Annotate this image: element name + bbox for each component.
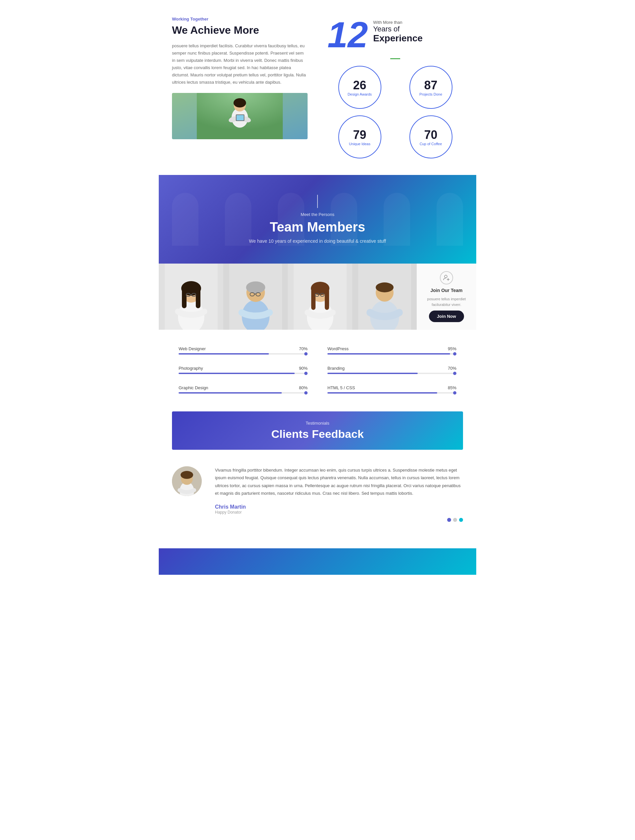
testimonial-avatar-inner xyxy=(172,466,202,496)
svg-rect-8 xyxy=(237,115,244,120)
svg-rect-14 xyxy=(196,288,201,308)
working-together-label: Working Together xyxy=(172,17,308,22)
experience-number: 12 xyxy=(327,17,368,53)
team-subtitle: We have 10 years of experienced in doing… xyxy=(172,238,463,244)
achieve-right: 12 With More than Years of Experience 26… xyxy=(327,17,463,158)
bg-person-5 xyxy=(384,193,410,246)
bg-person-1 xyxy=(172,193,198,246)
skill-percent-graphic-design: 80% xyxy=(299,385,308,390)
bg-person-4 xyxy=(331,193,357,246)
skill-header-wordpress: WordPress 95% xyxy=(327,346,457,351)
stat-projects-done: 87 Projects Done xyxy=(409,66,452,109)
testimonials-label: Testimonials xyxy=(185,421,450,426)
stat-cup-of-coffee: 70 Cup of Coffee xyxy=(409,115,452,158)
team-card-2 xyxy=(223,264,288,330)
big-number-container: 12 With More than Years of Experience xyxy=(327,17,463,53)
testimonial-text-block: Vivamus fringilla porttitor bibendum. In… xyxy=(215,466,463,522)
stat-label-coffee: Cup of Coffee xyxy=(420,142,442,146)
skill-header-branding: Branding 70% xyxy=(327,366,457,371)
svg-point-44 xyxy=(180,471,193,479)
stat-label-ideas: Unique Ideas xyxy=(349,142,370,146)
with-more-than: With More than xyxy=(373,20,422,25)
join-team-icon xyxy=(440,271,453,284)
join-team-panel: Join Our Team posuere tellus imperdiet f… xyxy=(417,264,476,330)
skill-fill-graphic-design xyxy=(178,392,282,393)
meet-persons-label: Meet the Persons xyxy=(172,212,463,217)
skill-track-graphic-design xyxy=(178,392,308,393)
skill-track-web-designer xyxy=(178,353,308,355)
skill-name-wordpress: WordPress xyxy=(327,346,349,351)
testimonial-avatar xyxy=(172,466,202,496)
join-now-button[interactable]: Join Now xyxy=(429,311,464,322)
svg-point-37 xyxy=(376,283,393,292)
svg-rect-30 xyxy=(325,288,329,310)
join-team-title: Join Our Team xyxy=(431,288,463,293)
skill-fill-branding xyxy=(327,373,418,374)
skill-wordpress: WordPress 95% xyxy=(327,346,457,355)
team-members-row: Join Our Team posuere tellus imperdiet f… xyxy=(159,264,476,330)
stat-design-awards: 26 Design Awards xyxy=(338,66,381,109)
skill-name-html-css: HTML 5 / CSS xyxy=(327,385,355,390)
stat-unique-ideas: 79 Unique Ideas xyxy=(338,115,381,158)
bg-person-2 xyxy=(225,193,251,246)
testimonials-section: Testimonials Clients Feedback Vivamus xyxy=(159,411,476,542)
skill-fill-web-designer xyxy=(178,353,269,355)
bg-person-3 xyxy=(278,193,304,246)
dot-2[interactable] xyxy=(453,518,457,522)
skill-track-wordpress xyxy=(327,353,457,355)
dot-3[interactable] xyxy=(459,518,463,522)
stat-number-coffee: 70 xyxy=(424,128,437,142)
skill-name-graphic-design: Graphic Design xyxy=(178,385,209,390)
skill-fill-html-css xyxy=(327,392,437,393)
stat-label-projects: Projects Done xyxy=(419,92,442,96)
team-banner: Meet the Persons Team Members We have 10… xyxy=(159,175,476,264)
svg-rect-29 xyxy=(311,288,316,310)
skill-header-web-designer: Web Designer 70% xyxy=(178,346,308,351)
stat-number-design: 26 xyxy=(353,78,366,92)
skill-percent-web-designer: 70% xyxy=(299,346,308,351)
dot-1[interactable] xyxy=(447,518,451,522)
testimonial-quote: Vivamus fringilla porttitor bibendum. In… xyxy=(215,466,463,497)
skill-header-graphic-design: Graphic Design 80% xyxy=(178,385,308,390)
skill-percent-branding: 70% xyxy=(448,366,457,371)
years-of: Years of xyxy=(373,25,422,33)
skills-section: Web Designer 70% WordPress 95% Photograp… xyxy=(159,330,476,411)
stat-number-ideas: 79 xyxy=(353,128,366,142)
testimonial-content: Vivamus fringilla porttitor bibendum. In… xyxy=(172,466,463,522)
skill-html-css: HTML 5 / CSS 85% xyxy=(327,385,457,393)
team-card-3 xyxy=(288,264,352,330)
svg-point-38 xyxy=(444,275,447,278)
bg-person-6 xyxy=(437,193,463,246)
team-card-4 xyxy=(352,264,417,330)
achieve-left: Working Together We Achieve More posuere… xyxy=(172,17,308,139)
testimonials-header: Testimonials Clients Feedback xyxy=(172,411,463,450)
achieve-image-inner xyxy=(172,93,308,139)
team-member-3-photo xyxy=(294,264,347,330)
skill-header-photography: Photography 90% xyxy=(178,366,308,371)
team-title: Team Members xyxy=(172,219,463,234)
team-member-1-photo xyxy=(165,264,218,330)
person-add-icon xyxy=(443,275,450,281)
footer-stripe xyxy=(159,548,476,575)
green-line xyxy=(390,58,400,59)
achieve-section: Working Together We Achieve More posuere… xyxy=(159,0,476,175)
skill-name-web-designer: Web Designer xyxy=(178,346,206,351)
svg-point-21 xyxy=(246,281,265,293)
experience-text: With More than Years of Experience xyxy=(373,17,422,44)
skill-percent-wordpress: 95% xyxy=(448,346,457,351)
team-member-4-photo xyxy=(358,264,411,330)
skill-track-html-css xyxy=(327,392,457,393)
skill-percent-html-css: 85% xyxy=(448,385,457,390)
svg-point-4 xyxy=(234,98,246,107)
testimonial-person-illustration xyxy=(172,466,202,496)
team-banner-bg xyxy=(159,175,476,264)
testimonials-title: Clients Feedback xyxy=(185,428,450,441)
achieve-image xyxy=(172,93,308,139)
stat-number-projects: 87 xyxy=(424,78,437,92)
testimonial-name: Chris Martin xyxy=(215,504,463,510)
skill-fill-photography xyxy=(178,373,295,374)
skill-header-html-css: HTML 5 / CSS 85% xyxy=(327,385,457,390)
skill-web-designer: Web Designer 70% xyxy=(178,346,308,355)
skill-graphic-design: Graphic Design 80% xyxy=(178,385,308,393)
skill-branding: Branding 70% xyxy=(327,366,457,374)
